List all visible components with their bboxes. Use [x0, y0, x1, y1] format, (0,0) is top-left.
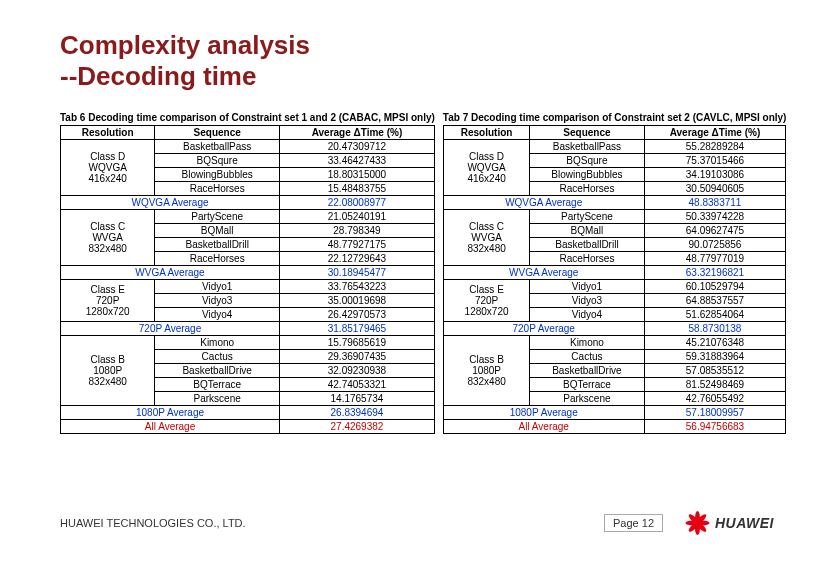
table-caption: Tab 6 Decoding time comparison of Constr…: [60, 112, 435, 123]
average-label: 720P Average: [443, 322, 644, 336]
data-cell: BlowingBubbles: [155, 168, 280, 182]
data-cell: PartyScene: [155, 210, 280, 224]
data-cell: BQMall: [530, 224, 644, 238]
data-cell: 14.1765734: [280, 392, 435, 406]
data-cell: Vidyo3: [530, 294, 644, 308]
data-cell: Kimono: [155, 336, 280, 350]
column-header: Resolution: [443, 126, 529, 140]
average-value: 48.8383711: [644, 196, 786, 210]
data-cell: 28.798349: [280, 224, 435, 238]
data-cell: 57.08535512: [644, 364, 786, 378]
average-row: WVGA Average30.18945477: [61, 266, 435, 280]
data-cell: 30.50940605: [644, 182, 786, 196]
average-label: WVGA Average: [443, 266, 644, 280]
resolution-cell: Class E720P1280x720: [61, 280, 155, 322]
average-row: 1080P Average26.8394694: [61, 406, 435, 420]
huawei-logo-icon: [683, 509, 711, 537]
table-block: Tab 7 Decoding time comparison of Constr…: [443, 112, 787, 434]
table-row: Class CWVGA832x480PartyScene50.33974228: [443, 210, 786, 224]
data-cell: BasketballDrill: [155, 238, 280, 252]
data-cell: 26.42970573: [280, 308, 435, 322]
data-cell: BasketballPass: [530, 140, 644, 154]
average-label: 720P Average: [61, 322, 280, 336]
table-row: Class CWVGA832x480PartyScene21.05240191: [61, 210, 435, 224]
data-cell: 29.36907435: [280, 350, 435, 364]
table-block: Tab 6 Decoding time comparison of Constr…: [60, 112, 435, 434]
average-label: WVGA Average: [61, 266, 280, 280]
data-cell: BlowingBubbles: [530, 168, 644, 182]
data-cell: 48.77927175: [280, 238, 435, 252]
column-header: Average ΔTime (%): [644, 126, 786, 140]
title-line-2: --Decoding time: [60, 61, 256, 91]
data-cell: 90.0725856: [644, 238, 786, 252]
data-cell: 34.19103086: [644, 168, 786, 182]
average-label: WQVGA Average: [61, 196, 280, 210]
column-header: Sequence: [155, 126, 280, 140]
data-cell: RaceHorses: [155, 182, 280, 196]
average-value: 26.8394694: [280, 406, 435, 420]
resolution-cell: Class CWVGA832x480: [61, 210, 155, 266]
average-row: 720P Average58.8730138: [443, 322, 786, 336]
tables-container: Tab 6 Decoding time comparison of Constr…: [60, 112, 764, 434]
average-row: WVGA Average63.32196821: [443, 266, 786, 280]
all-average-row: All Average56.94756683: [443, 420, 786, 434]
data-cell: Vidyo1: [530, 280, 644, 294]
resolution-cell: Class DWQVGA416x240: [443, 140, 529, 196]
slide-title: Complexity analysis --Decoding time: [60, 30, 764, 92]
all-average-value: 56.94756683: [644, 420, 786, 434]
data-cell: Vidyo1: [155, 280, 280, 294]
data-cell: BQMall: [155, 224, 280, 238]
page-number: Page 12: [604, 514, 663, 532]
table-row: Class B1080P832x480Kimono15.79685619: [61, 336, 435, 350]
average-value: 63.32196821: [644, 266, 786, 280]
data-cell: 60.10529794: [644, 280, 786, 294]
average-value: 31.85179465: [280, 322, 435, 336]
data-cell: 21.05240191: [280, 210, 435, 224]
huawei-logo: HUAWEI: [683, 509, 774, 537]
data-table: ResolutionSequenceAverage ΔTime (%)Class…: [60, 125, 435, 434]
resolution-cell: Class DWQVGA416x240: [61, 140, 155, 196]
all-average-label: All Average: [61, 420, 280, 434]
data-cell: 51.62854064: [644, 308, 786, 322]
data-cell: 32.09230938: [280, 364, 435, 378]
average-row: WQVGA Average48.8383711: [443, 196, 786, 210]
data-cell: 45.21076348: [644, 336, 786, 350]
resolution-cell: Class CWVGA832x480: [443, 210, 529, 266]
data-cell: 55.28289284: [644, 140, 786, 154]
average-value: 30.18945477: [280, 266, 435, 280]
data-table: ResolutionSequenceAverage ΔTime (%)Class…: [443, 125, 787, 434]
all-average-label: All Average: [443, 420, 644, 434]
data-cell: RaceHorses: [530, 182, 644, 196]
average-label: 1080P Average: [61, 406, 280, 420]
data-cell: BasketballDrive: [155, 364, 280, 378]
data-cell: 59.31883964: [644, 350, 786, 364]
data-cell: Vidyo3: [155, 294, 280, 308]
data-cell: RaceHorses: [155, 252, 280, 266]
table-row: Class DWQVGA416x240BasketballPass20.4730…: [61, 140, 435, 154]
data-cell: 15.48483755: [280, 182, 435, 196]
data-cell: BasketballPass: [155, 140, 280, 154]
average-value: 57.18009957: [644, 406, 786, 420]
average-label: 1080P Average: [443, 406, 644, 420]
data-cell: Cactus: [155, 350, 280, 364]
column-header: Resolution: [61, 126, 155, 140]
company-name: HUAWEI TECHNOLOGIES CO., LTD.: [60, 517, 246, 529]
average-value: 22.08008977: [280, 196, 435, 210]
data-cell: 75.37015466: [644, 154, 786, 168]
average-row: 1080P Average57.18009957: [443, 406, 786, 420]
data-cell: 33.76543223: [280, 280, 435, 294]
huawei-logo-text: HUAWEI: [715, 515, 774, 531]
table-caption: Tab 7 Decoding time comparison of Constr…: [443, 112, 787, 123]
resolution-cell: Class E720P1280x720: [443, 280, 529, 322]
table-row: Class B1080P832x480Kimono45.21076348: [443, 336, 786, 350]
data-cell: BasketballDrive: [530, 364, 644, 378]
resolution-cell: Class B1080P832x480: [61, 336, 155, 406]
data-cell: 20.47309712: [280, 140, 435, 154]
column-header: Sequence: [530, 126, 644, 140]
average-row: 720P Average31.85179465: [61, 322, 435, 336]
data-cell: 42.76055492: [644, 392, 786, 406]
data-cell: 22.12729643: [280, 252, 435, 266]
data-cell: 64.09627475: [644, 224, 786, 238]
data-cell: BQSqure: [530, 154, 644, 168]
title-line-1: Complexity analysis: [60, 30, 310, 60]
